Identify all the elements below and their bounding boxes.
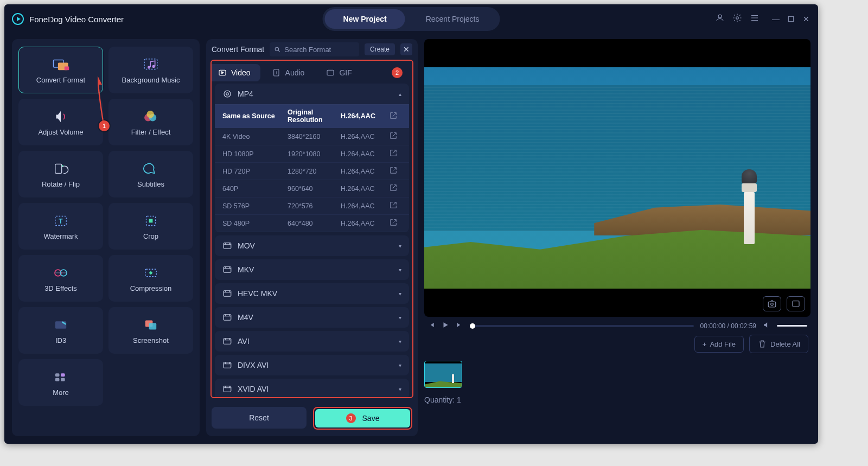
- tab-gif[interactable]: GIF: [326, 68, 352, 77]
- account-icon[interactable]: [715, 13, 725, 25]
- open-external-icon[interactable]: [390, 219, 401, 228]
- main-body: Convert FormatBackground MusicAdjust Vol…: [4, 34, 818, 444]
- format-name: MP4: [238, 90, 253, 98]
- plus-icon: +: [703, 340, 707, 348]
- open-external-icon[interactable]: [390, 167, 401, 176]
- tab-recent-projects[interactable]: Recent Projects: [407, 9, 498, 29]
- format-header[interactable]: AVI▾: [215, 331, 409, 352]
- save-button[interactable]: 3 Save: [315, 409, 410, 427]
- chevron-down-icon: ▾: [399, 291, 401, 297]
- svg-rect-35: [224, 267, 231, 273]
- format-icon: [222, 360, 232, 370]
- preset-row[interactable]: SD 480P640*480H.264,AAC: [215, 215, 409, 232]
- file-thumbnail[interactable]: [424, 361, 462, 388]
- format-header[interactable]: HEVC MKV▾: [215, 283, 409, 304]
- sidebar-item-background-music[interactable]: Background Music: [108, 47, 193, 93]
- sidebar-item-watermark[interactable]: TWatermark: [18, 203, 103, 250]
- sidebar-item-crop[interactable]: Crop: [108, 203, 193, 250]
- format-header[interactable]: MP4▴: [215, 84, 409, 104]
- save-button-highlight: 3 Save: [313, 407, 412, 430]
- svg-rect-24: [55, 373, 60, 376]
- preset-row[interactable]: 4K Video3840*2160H.264,AAC: [215, 128, 409, 145]
- sidebar-item-compression[interactable]: Compression: [108, 255, 193, 302]
- format-group-avi: AVI▾: [215, 331, 409, 352]
- sidebar-item-more[interactable]: More: [18, 359, 103, 406]
- format-header[interactable]: XVID AVI▾: [215, 379, 409, 397]
- next-icon[interactable]: [456, 321, 463, 330]
- delete-all-button[interactable]: Delete All: [749, 335, 808, 353]
- add-file-button[interactable]: + Add File: [694, 336, 744, 353]
- background-music-icon: [142, 56, 160, 73]
- open-external-icon[interactable]: [390, 201, 401, 210]
- menu-icon[interactable]: [750, 13, 760, 25]
- format-panel-title: Convert Format: [212, 45, 264, 54]
- svg-rect-36: [224, 291, 231, 297]
- preset-row[interactable]: HD 720P1280*720H.264,AAC: [215, 163, 409, 180]
- video-preview[interactable]: [424, 39, 810, 317]
- prev-icon[interactable]: [427, 321, 435, 330]
- sidebar-item-screenshot[interactable]: Screenshot: [108, 307, 193, 354]
- format-header[interactable]: DIVX AVI▾: [215, 355, 409, 375]
- preset-table: Same as SourceOriginal ResolutionH.264,A…: [215, 104, 409, 232]
- preset-codec: H.264,AAC: [341, 112, 390, 120]
- header-actions: — ✕: [715, 13, 810, 25]
- tab-new-project[interactable]: New Project: [325, 9, 405, 29]
- chevron-up-icon: ▴: [399, 91, 401, 97]
- preset-resolution: 640*480: [288, 220, 341, 227]
- search-format-input[interactable]: Search Format: [270, 42, 359, 56]
- preset-resolution: 720*576: [288, 202, 341, 210]
- sidebar-item-convert-format[interactable]: Convert Format: [18, 47, 103, 93]
- open-external-icon[interactable]: [390, 132, 401, 141]
- preset-row[interactable]: Same as SourceOriginal ResolutionH.264,A…: [215, 105, 409, 128]
- create-button[interactable]: Create: [365, 43, 395, 55]
- close-panel-icon[interactable]: ✕: [400, 43, 412, 55]
- sidebar-item-subtitles[interactable]: Subtitles: [108, 151, 193, 197]
- open-external-icon[interactable]: [390, 149, 401, 158]
- open-external-icon[interactable]: [390, 184, 401, 193]
- sidebar-item-filter-effect[interactable]: Filter / Effect: [108, 99, 193, 145]
- preset-row[interactable]: SD 576P720*576H.264,AAC: [215, 197, 409, 215]
- preview-panel: 00:00:00 / 00:02:59 + Add File Delete Al…: [424, 39, 810, 436]
- format-header[interactable]: M4V▾: [215, 307, 409, 328]
- tab-video[interactable]: Video: [210, 64, 260, 81]
- sidebar-item-label: Convert Format: [36, 76, 85, 84]
- settings-icon[interactable]: [732, 13, 742, 25]
- format-header[interactable]: MKV▾: [215, 259, 409, 280]
- preset-name: HD 720P: [222, 168, 288, 175]
- close-window-icon[interactable]: ✕: [802, 15, 810, 23]
- svg-rect-12: [55, 164, 62, 173]
- reset-button[interactable]: Reset: [212, 407, 307, 429]
- tab-audio[interactable]: Audio: [272, 68, 305, 77]
- chevron-down-icon: ▾: [399, 339, 401, 344]
- filter-effect-icon: [142, 108, 160, 125]
- fullscreen-icon[interactable]: [787, 296, 805, 311]
- maximize-icon[interactable]: [787, 15, 795, 23]
- volume-slider[interactable]: [777, 325, 807, 327]
- crop-icon: [142, 213, 160, 229]
- sidebar-item-id3[interactable]: ID3: [18, 307, 103, 354]
- svg-rect-44: [793, 301, 799, 307]
- sidebar-item-label: Watermark: [43, 232, 78, 240]
- format-name: DIVX AVI: [238, 361, 269, 369]
- format-icon: [222, 289, 232, 298]
- preset-row[interactable]: 640P960*640H.264,AAC: [215, 180, 409, 197]
- format-name: AVI: [238, 337, 250, 346]
- minimize-icon[interactable]: —: [771, 15, 780, 23]
- open-external-icon[interactable]: [390, 112, 401, 121]
- search-placeholder: Search Format: [284, 46, 331, 54]
- format-icon: [222, 384, 232, 394]
- format-accordion[interactable]: MP4▴Same as SourceOriginal ResolutionH.2…: [212, 84, 412, 397]
- audio-icon: [272, 68, 281, 77]
- volume-icon[interactable]: [763, 321, 770, 330]
- sidebar-item-rotate-flip[interactable]: Rotate / Flip: [18, 151, 103, 197]
- rotate-flip-icon: [52, 161, 70, 177]
- seek-bar[interactable]: [470, 325, 694, 327]
- sidebar: Convert FormatBackground MusicAdjust Vol…: [12, 39, 200, 436]
- logo-icon: [12, 13, 24, 25]
- sidebar-item-3d-effects[interactable]: 3D Effects: [18, 255, 103, 302]
- preset-row[interactable]: HD 1080P1920*1080H.264,AAC: [215, 145, 409, 163]
- play-icon[interactable]: [442, 321, 449, 330]
- format-header[interactable]: MOV▾: [215, 235, 409, 256]
- sidebar-item-adjust-volume[interactable]: Adjust Volume: [18, 99, 103, 145]
- snapshot-icon[interactable]: [763, 296, 781, 311]
